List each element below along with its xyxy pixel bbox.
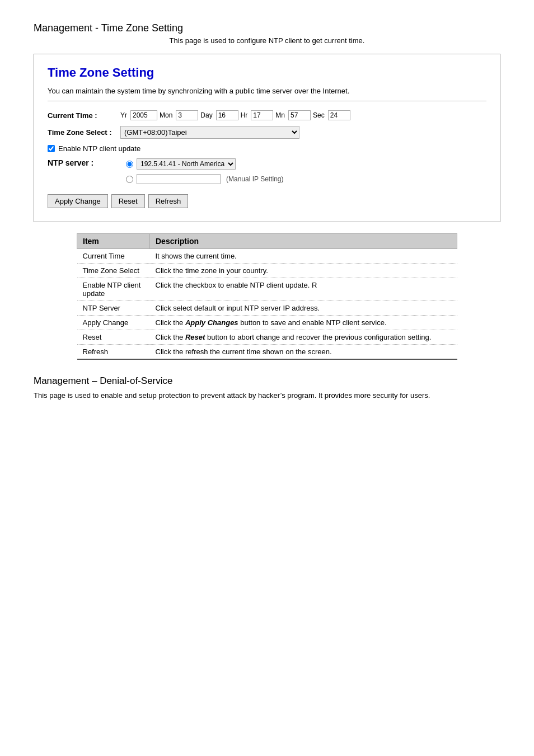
ntp-option-select: 192.5.41.41 - North America129.6.15.28 -… <box>126 158 284 170</box>
current-time-row: Current Time : Yr Mon Day Hr Mn Sec <box>48 110 486 120</box>
day-input[interactable] <box>216 110 238 120</box>
yr-input[interactable] <box>130 110 157 120</box>
time-zone-card: Time Zone Setting You can maintain the s… <box>34 54 500 222</box>
table-cell-description: Click select default or input NTP server… <box>150 301 457 316</box>
mon-input[interactable] <box>176 110 198 120</box>
description-table: Item Description Current TimeIt shows th… <box>77 233 457 360</box>
card-description: You can maintain the system time by sync… <box>48 87 486 101</box>
current-time-label: Current Time : <box>48 111 120 120</box>
hr-label: Hr <box>241 111 248 119</box>
table-col-item: Item <box>77 234 150 249</box>
table-cell-description: Click the Apply Changes button to save a… <box>150 316 457 330</box>
day-label: Day <box>200 111 212 119</box>
ntp-radio-manual[interactable] <box>126 176 133 183</box>
timezone-row: Time Zone Select : (GMT+08:00)Taipei(GMT… <box>48 126 486 139</box>
ntp-radio-select[interactable] <box>126 161 133 168</box>
hr-input[interactable] <box>251 110 273 120</box>
ntp-option-manual: (Manual IP Setting) <box>126 174 284 184</box>
ntp-options: 192.5.41.41 - North America129.6.15.28 -… <box>126 158 284 184</box>
table-cell-item: Refresh <box>77 345 150 360</box>
table-cell-item: Reset <box>77 330 150 345</box>
ntp-server-select[interactable]: 192.5.41.41 - North America129.6.15.28 -… <box>137 158 236 170</box>
table-cell-description: Click the refresh the current time shown… <box>150 345 457 360</box>
ntp-manual-input[interactable] <box>137 174 221 184</box>
table-cell-item: Current Time <box>77 249 150 264</box>
mon-label: Mon <box>160 111 172 119</box>
timezone-select[interactable]: (GMT+08:00)Taipei(GMT+00:00)UTC(GMT-05:0… <box>120 126 299 139</box>
table-row: Time Zone SelectClick the time zone in y… <box>77 264 457 278</box>
table-cell-item: NTP Server <box>77 301 150 316</box>
table-cell-item: Enable NTP client update <box>77 278 150 301</box>
table-row: Apply ChangeClick the Apply Changes butt… <box>77 316 457 330</box>
section2-body: This page is used to enable and setup pr… <box>34 390 500 401</box>
sec-label: Sec <box>313 111 325 119</box>
table-row: Current TimeIt shows the current time. <box>77 249 457 264</box>
table-cell-description: Click the time zone in your country. <box>150 264 457 278</box>
section2-title: Management – Denial-of-Service <box>34 375 500 387</box>
table-col-description: Description <box>150 234 457 249</box>
table-cell-description: Click the checkbox to enable NTP client … <box>150 278 457 301</box>
mn-label: Mn <box>275 111 285 119</box>
table-row: ResetClick the Reset button to abort cha… <box>77 330 457 345</box>
table-row: NTP ServerClick select default or input … <box>77 301 457 316</box>
ntp-server-section: NTP server : 192.5.41.41 - North America… <box>48 158 486 184</box>
time-inputs: Yr Mon Day Hr Mn Sec <box>120 110 350 120</box>
table-cell-description: It shows the current time. <box>150 249 457 264</box>
card-title: Time Zone Setting <box>48 65 486 80</box>
page-header-title: Management - Time Zone Setting <box>34 22 500 34</box>
button-row: Apply Change Reset Refresh <box>48 194 486 208</box>
table-row: RefreshClick the refresh the current tim… <box>77 345 457 360</box>
sec-input[interactable] <box>328 110 350 120</box>
manual-ip-label: (Manual IP Setting) <box>226 175 284 183</box>
timezone-label: Time Zone Select : <box>48 128 120 137</box>
table-cell-item: Time Zone Select <box>77 264 150 278</box>
enable-ntp-label: Enable NTP client update <box>58 144 140 153</box>
table-cell-description: Click the Reset button to abort change a… <box>150 330 457 345</box>
refresh-button[interactable]: Refresh <box>148 194 189 208</box>
ntp-server-label: NTP server : <box>48 158 120 167</box>
page-subtitle: This page is used to configure NTP clien… <box>34 36 500 45</box>
enable-ntp-checkbox[interactable] <box>48 145 55 152</box>
mn-input[interactable] <box>288 110 311 120</box>
reset-button[interactable]: Reset <box>111 194 145 208</box>
enable-ntp-row: Enable NTP client update <box>48 144 486 153</box>
apply-change-button[interactable]: Apply Change <box>48 194 108 208</box>
table-cell-item: Apply Change <box>77 316 150 330</box>
yr-label: Yr <box>120 111 127 119</box>
table-row: Enable NTP client updateClick the checkb… <box>77 278 457 301</box>
